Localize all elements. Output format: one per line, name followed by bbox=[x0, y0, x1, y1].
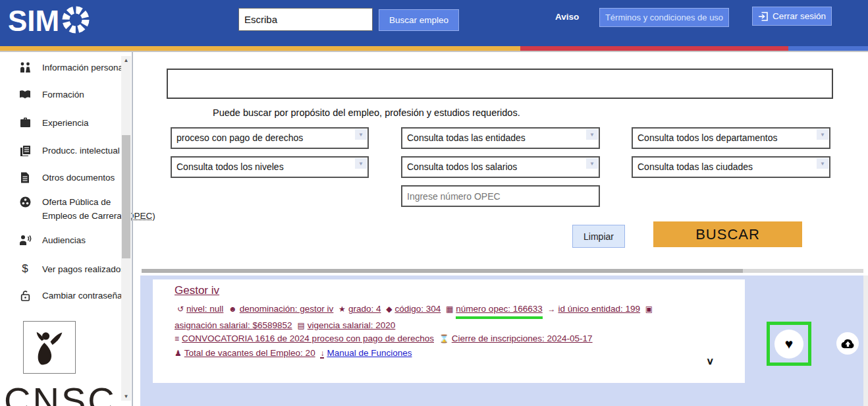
document-icon bbox=[18, 172, 32, 183]
sidebar-item-label: Producc. intelectual bbox=[42, 146, 120, 156]
entities-select-value: Consulta todas las entidades bbox=[407, 132, 526, 143]
lock-icon bbox=[18, 290, 32, 301]
job-title-link[interactable]: Gestor iv bbox=[175, 284, 219, 297]
wheel-icon bbox=[18, 196, 32, 208]
expand-chevron[interactable]: ∨ bbox=[706, 356, 714, 368]
cnsc-logo bbox=[23, 321, 76, 374]
job-details: ↺nivel: null ☻denominación: gestor iv ★g… bbox=[175, 303, 728, 360]
dollar-icon: $ bbox=[18, 262, 32, 276]
logout-button[interactable]: Cerrar sesión bbox=[752, 7, 832, 26]
horizontal-scrollbar-thumb[interactable] bbox=[142, 269, 743, 273]
sidebar-item-label: Formación bbox=[42, 90, 84, 100]
limpiar-button[interactable]: Limpiar bbox=[572, 225, 625, 248]
tricolor-stripe bbox=[0, 46, 868, 51]
sidebar-item-label: Ver pagos realizados bbox=[42, 264, 125, 274]
chevron-down-icon[interactable]: ▼ bbox=[817, 158, 828, 169]
levels-select[interactable]: Consulta todos los niveles ▼ bbox=[171, 156, 369, 178]
vacantes-field[interactable]: Total de vacantes del Empleo: 20 bbox=[184, 348, 315, 358]
sidebar-item-label: Cambiar contraseña bbox=[42, 291, 122, 301]
cities-select[interactable]: Consulta todas las ciudades ▼ bbox=[632, 156, 830, 178]
chevron-down-icon[interactable]: ▼ bbox=[355, 158, 367, 169]
sidebar-item-pagos[interactable]: $ Ver pagos realizados bbox=[18, 262, 125, 276]
chevron-down-icon[interactable]: ▼ bbox=[586, 158, 598, 169]
header-search-input[interactable] bbox=[238, 8, 373, 31]
favorite-heart-button[interactable]: ♥ bbox=[774, 330, 803, 359]
sidebar-item-label: Experiencia bbox=[42, 118, 89, 128]
denominacion-field[interactable]: denominación: gestor iv bbox=[240, 304, 334, 314]
scrollbar-thumb[interactable] bbox=[122, 135, 130, 258]
sidebar-item-audiencias[interactable]: Audiencias bbox=[18, 235, 86, 245]
screen-icon: ▣ bbox=[645, 303, 653, 316]
salaries-select[interactable]: Consulta todos los salarios ▼ bbox=[401, 156, 600, 178]
heart-icon: ♥ bbox=[785, 336, 793, 352]
simo-logo-wheel-icon bbox=[61, 5, 91, 38]
buscar-button[interactable]: BUSCAR bbox=[653, 221, 802, 247]
chevron-down-icon[interactable]: ▼ bbox=[355, 129, 367, 140]
manual-funciones-link[interactable]: Manual de Funciones bbox=[327, 348, 412, 358]
scroll-down-icon[interactable]: ▼ bbox=[121, 392, 131, 401]
book-icon bbox=[18, 90, 32, 100]
sidebar-item-label: Audiencias bbox=[42, 235, 86, 245]
job-detail-line-3: ≡CONVOCATORIA 1616 de 2024 proceso con p… bbox=[175, 332, 728, 345]
codigo-field[interactable]: código: 304 bbox=[394, 304, 441, 314]
convocatoria-field[interactable]: CONVOCATORIA 1616 de 2024 proceso con pa… bbox=[182, 334, 434, 343]
salaries-select-value: Consulta todos los salarios bbox=[407, 161, 517, 172]
aviso-link[interactable]: Aviso bbox=[555, 12, 579, 22]
nivel-icon: ↺ bbox=[177, 303, 184, 316]
sidebar-item-label: Oferta Pública de Empleos de Carrera (OP… bbox=[42, 195, 155, 223]
cloud-upload-icon bbox=[840, 338, 855, 349]
sidebar-item-contrasena[interactable]: Cambiar contraseña bbox=[18, 290, 122, 301]
stripe-red bbox=[520, 46, 788, 51]
process-select-value: proceso con pago de derechos bbox=[176, 132, 303, 143]
speaker-person-icon bbox=[18, 235, 32, 245]
stripe-yellow bbox=[0, 46, 520, 51]
levels-select-value: Consulta todos los niveles bbox=[176, 161, 284, 172]
asignacion-field[interactable]: asignación salarial: $6589852 bbox=[175, 320, 292, 330]
chevron-down-icon[interactable]: ▼ bbox=[817, 129, 828, 140]
opec-number-input[interactable] bbox=[401, 185, 600, 207]
sidebar-item-informacion-personal[interactable]: Información personal bbox=[18, 62, 125, 73]
keyword-search-input[interactable] bbox=[167, 69, 833, 99]
calendar-icon: ▤ bbox=[297, 319, 304, 332]
stripe-blue bbox=[788, 46, 868, 51]
sidebar-item-otros-documentos[interactable]: Otros documentos bbox=[18, 172, 115, 183]
star-icon: ★ bbox=[339, 303, 346, 316]
scroll-up-icon[interactable]: ▲ bbox=[121, 56, 131, 65]
job-detail-line-4: ♟Total de vacantes del Empleo: 20 ↓Manua… bbox=[175, 347, 728, 360]
cities-select-value: Consulta todas las ciudades bbox=[637, 161, 753, 172]
vigencia-field[interactable]: vigencia salarial: 2020 bbox=[308, 320, 396, 330]
sidebar-item-producc-intelectual[interactable]: Producc. intelectual bbox=[18, 145, 120, 156]
chevron-down-icon[interactable]: ▼ bbox=[586, 129, 598, 140]
grado-field[interactable]: grado: 4 bbox=[348, 304, 381, 314]
simo-logo: SIM bbox=[8, 5, 91, 38]
job-detail-line-1: ↺nivel: null ☻denominación: gestor iv ★g… bbox=[175, 303, 728, 319]
arrow-right-icon: → bbox=[547, 303, 555, 316]
vacancies-people-icon: ♟ bbox=[175, 347, 182, 360]
sidebar-item-opec[interactable]: Oferta Pública de Empleos de Carrera (OP… bbox=[18, 195, 155, 223]
highlight-box: ♥ bbox=[767, 322, 811, 366]
simo-app: SIM Buscar empleo Aviso Términos y condi… bbox=[0, 0, 868, 406]
departments-select[interactable]: Consulta todos los departamentos ▼ bbox=[632, 127, 830, 149]
nivel-field[interactable]: nivel: null bbox=[186, 304, 223, 314]
process-select[interactable]: proceso con pago de derechos ▼ bbox=[171, 127, 369, 149]
people-icon bbox=[18, 62, 32, 73]
id-entidad-field[interactable]: id único entidad: 199 bbox=[558, 304, 640, 314]
opec-green-highlight: número opec: 166633 bbox=[456, 303, 542, 319]
terms-button[interactable]: Términos y condiciones de uso bbox=[599, 8, 729, 27]
tag-icon: ◆ bbox=[386, 303, 392, 316]
sidebar-item-label: Información personal bbox=[42, 63, 125, 72]
documents-stack-icon bbox=[18, 145, 32, 156]
cloud-upload-button[interactable] bbox=[836, 332, 859, 355]
entities-select[interactable]: Consulta todas las entidades ▼ bbox=[401, 127, 600, 149]
sidebar-item-formacion[interactable]: Formación bbox=[18, 90, 84, 100]
sidebar-scrollbar[interactable]: ▲ ▼ bbox=[121, 56, 131, 401]
sidebar-item-experiencia[interactable]: Experiencia bbox=[18, 117, 89, 128]
buscar-empleo-button[interactable]: Buscar empleo bbox=[379, 9, 459, 31]
simo-logo-text: SIM bbox=[8, 6, 59, 36]
header: SIM Buscar empleo Aviso Términos y condi… bbox=[0, 0, 868, 46]
cierre-field[interactable]: Cierre de inscripciones: 2024-05-17 bbox=[452, 334, 593, 343]
departments-select-value: Consulta todos los departamentos bbox=[637, 132, 777, 143]
numero-opec-field[interactable]: número opec: 166633 bbox=[456, 304, 542, 314]
right-gutter bbox=[863, 276, 868, 406]
cnsc-wordmark: CNSC bbox=[4, 379, 117, 406]
